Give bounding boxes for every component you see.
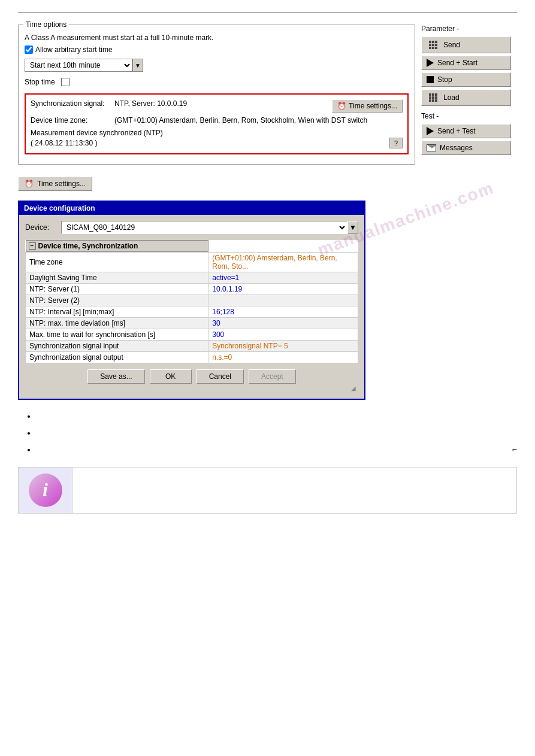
top-rule	[18, 12, 517, 13]
stop-time-checkbox[interactable]	[61, 78, 69, 86]
config-row: Time zone(GMT+01:00) Amsterdam, Berlin, …	[26, 252, 358, 272]
test-section-title: Test -	[421, 112, 517, 120]
send-test-button[interactable]: Send + Test	[421, 124, 511, 138]
clock-icon: ⏰	[337, 102, 346, 110]
stop-icon	[427, 76, 434, 83]
info-letter: i	[43, 479, 48, 501]
allow-arbitrary-label: Allow arbitrary start time	[35, 45, 113, 54]
device-timezone-row: Device time zone: (GMT+01:00) Amsterdam,…	[31, 116, 403, 125]
allow-arbitrary-checkbox[interactable]	[25, 45, 33, 54]
device-config-dialog: Device configuration Device: SICAM_Q80_1…	[18, 201, 365, 400]
dropdown-row: Start next 10th minute ▼	[25, 59, 409, 72]
sync-bottom: Measurement device synchronized (NTP) ( …	[31, 128, 403, 148]
config-row-label: Max. time to wait for synchronisation [s…	[26, 329, 208, 340]
clock-icon-standalone: ⏰	[25, 180, 34, 188]
sync-status-line2: ( 24.08.12 11:13:30 )	[31, 138, 163, 148]
config-row: Max. time to wait for synchronisation [s…	[26, 329, 358, 340]
question-btn[interactable]: ?	[389, 138, 403, 148]
load-button[interactable]: Load	[421, 89, 511, 106]
measurement-note: A Class A measurement must start at a fu…	[25, 34, 409, 42]
config-row-value: 300	[208, 329, 358, 340]
config-row-value	[208, 294, 358, 306]
info-text-cell	[72, 467, 516, 513]
start-dropdown[interactable]: Start next 10th minute	[25, 59, 132, 72]
collapse-icon[interactable]: −	[29, 242, 36, 250]
config-row: NTP: Server (2)	[26, 294, 358, 306]
config-row-value: (GMT+01:00) Amsterdam, Berlin, Bern, Rom…	[208, 252, 358, 272]
config-row-value: active=1	[208, 272, 358, 283]
section-title: Device time, Synchronization	[38, 242, 138, 250]
config-row-label: NTP: max. time deviation [ms]	[26, 317, 208, 329]
send-icon	[427, 40, 440, 50]
config-row-label: Synchronization signal output	[26, 351, 208, 363]
config-row-value: 10.0.1.19	[208, 283, 358, 294]
sync-status: Measurement device synchronized (NTP) ( …	[31, 128, 163, 148]
stop-button[interactable]: Stop	[421, 72, 511, 87]
config-row-label: Time zone	[26, 252, 208, 272]
dialog-titlebar: Device configuration	[19, 202, 364, 215]
config-row-label: Synchronization signal input	[26, 340, 208, 351]
corner-icon: ⌐	[512, 444, 517, 454]
device-timezone-value: (GMT+01:00) Amsterdam, Berlin, Bern, Rom…	[114, 116, 403, 125]
parameter-title: Parameter -	[421, 25, 517, 33]
resize-handle[interactable]: ◢	[25, 384, 358, 393]
bullet-item-2	[36, 429, 517, 438]
device-timezone-label: Device time zone:	[31, 116, 114, 125]
sync-section: Synchronization signal: NTP, Server: 10.…	[25, 93, 409, 154]
device-select[interactable]: SICAM_Q80_140129	[61, 221, 347, 234]
stop-label: Stop	[437, 75, 452, 84]
send-test-label: Send + Test	[437, 127, 476, 135]
config-row: NTP: max. time deviation [ms]30	[26, 317, 358, 329]
dropdown-arrow[interactable]: ▼	[132, 59, 143, 72]
send-start-button[interactable]: Send + Start	[421, 56, 511, 70]
stop-time-label: Stop time	[25, 78, 55, 86]
cancel-button[interactable]: Cancel	[197, 369, 244, 384]
device-select-arrow[interactable]: ▼	[347, 221, 358, 234]
config-section-header: − Device time, Synchronization	[26, 240, 358, 253]
send-label: Send	[443, 41, 460, 49]
config-row-label: Daylight Saving Time	[26, 272, 208, 283]
sync-signal-row: Synchronization signal: NTP, Server: 10.…	[31, 99, 403, 113]
sync-signal-label: Synchronization signal:	[31, 99, 114, 108]
save-as-button[interactable]: Save as...	[87, 369, 144, 384]
send-button[interactable]: Send	[421, 37, 511, 53]
time-settings-standalone-btn[interactable]: ⏰ Time settings...	[18, 177, 92, 191]
config-row-value: 30	[208, 317, 358, 329]
device-row: Device: SICAM_Q80_140129 ▼	[25, 221, 358, 234]
config-row-value: n.s.=0	[208, 351, 358, 363]
bullet-item-1	[36, 412, 517, 421]
stop-time-row: Stop time	[25, 78, 409, 86]
load-label: Load	[443, 93, 460, 102]
sync-signal-value: NTP, Server: 10.0.0.19	[114, 99, 326, 108]
dialog-buttons: Save as... OK Cancel Accept	[25, 369, 358, 384]
config-row-label: NTP: Interval [s] [min;max]	[26, 306, 208, 317]
config-row: Synchronization signal inputSynchronsign…	[26, 340, 358, 351]
device-label: Device:	[25, 223, 55, 232]
parameter-panel: Parameter - Send Send + Start	[421, 25, 517, 165]
allow-arbitrary-row: Allow arbitrary start time	[25, 45, 409, 54]
info-box: i	[18, 467, 517, 514]
config-table: − Device time, Synchronization Time zone…	[25, 240, 358, 363]
config-row-value: Synchronsignal NTP= 5	[208, 340, 358, 351]
time-settings-btn-label: Time settings...	[349, 102, 397, 110]
config-row: NTP: Interval [s] [min;max]16;128	[26, 306, 358, 317]
info-icon-cell: i	[19, 467, 72, 513]
accept-button[interactable]: Accept	[249, 369, 296, 384]
messages-button[interactable]: Messages	[421, 141, 511, 155]
bullet-list: ⌐	[36, 412, 517, 455]
ok-button[interactable]: OK	[150, 369, 192, 384]
config-row: Daylight Saving Timeactive=1	[26, 272, 358, 283]
config-row: NTP: Server (1)10.0.1.19	[26, 283, 358, 294]
config-row-label: NTP: Server (2)	[26, 294, 208, 306]
time-options-panel: Time options A Class A measurement must …	[18, 25, 415, 165]
time-settings-standalone-label: Time settings...	[37, 180, 86, 188]
send-start-label: Send + Start	[437, 59, 477, 67]
sync-status-line1: Measurement device synchronized (NTP)	[31, 128, 163, 138]
time-settings-btn[interactable]: ⏰ Time settings...	[332, 99, 403, 113]
config-row: Synchronization signal outputn.s.=0	[26, 351, 358, 363]
envelope-icon	[427, 144, 436, 151]
config-row-label: NTP: Server (1)	[26, 283, 208, 294]
load-icon	[427, 92, 440, 103]
config-row-value: 16;128	[208, 306, 358, 317]
info-icon: i	[29, 473, 62, 507]
